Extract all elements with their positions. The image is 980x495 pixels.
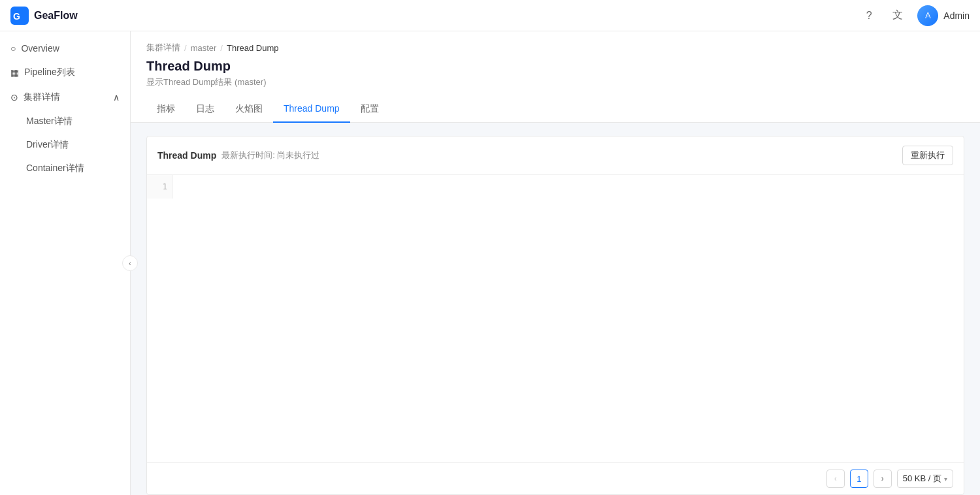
thread-dump-card: Thread Dump 最新执行时间: 尚未执行过 重新执行 1 ‹ [146, 136, 964, 495]
thread-dump-title-area: Thread Dump 最新执行时间: 尚未执行过 [157, 150, 319, 161]
page-header: 集群详情 / master / Thread Dump Thread Dump … [131, 31, 980, 123]
overview-label: Overview [21, 43, 59, 54]
logo-area: G GeaFlow [10, 7, 78, 25]
sidebar-cluster-section: ⊙ 集群详情 ∧ Master详情 Driver详情 Container详情 [0, 85, 130, 180]
help-button[interactable]: ? [860, 7, 878, 25]
dump-line-numbers: 1 [147, 175, 173, 199]
breadcrumb-sep-1: / [184, 43, 187, 53]
cluster-submenu: Master详情 Driver详情 Container详情 [0, 110, 130, 180]
cluster-chevron-icon: ∧ [113, 92, 120, 103]
overview-icon: ○ [10, 43, 16, 54]
prev-icon: ‹ [834, 474, 837, 483]
sidebar-collapse-button[interactable]: ‹ [122, 255, 138, 271]
top-header: G GeaFlow ? 文 A Admin [0, 0, 980, 31]
cluster-label: 集群详情 [24, 91, 60, 103]
breadcrumb: 集群详情 / master / Thread Dump [146, 42, 964, 54]
avatar: A [917, 5, 938, 26]
sidebar-item-cluster[interactable]: ⊙ 集群详情 ∧ [0, 85, 130, 110]
user-menu[interactable]: A Admin [917, 5, 970, 26]
admin-label: Admin [943, 10, 970, 21]
sidebar-item-pipeline[interactable]: ▦ Pipeline列表 [0, 60, 130, 85]
page-subtitle: 显示Thread Dump结果 (master) [146, 76, 964, 88]
next-page-button[interactable]: › [874, 470, 892, 488]
driver-label: Driver详情 [26, 139, 69, 150]
sidebar-item-master[interactable]: Master详情 [0, 110, 130, 133]
cluster-header-left: ⊙ 集群详情 [10, 91, 60, 103]
svg-text:G: G [13, 11, 20, 22]
prev-page-button[interactable]: ‹ [826, 470, 845, 488]
sidebar-item-overview[interactable]: ○ Overview [0, 37, 130, 60]
tab-logs[interactable]: 日志 [186, 97, 225, 123]
tab-threaddump[interactable]: Thread Dump [273, 97, 350, 123]
page-title: Thread Dump [146, 59, 964, 74]
re-execute-button[interactable]: 重新执行 [902, 146, 953, 165]
help-icon: ? [866, 10, 872, 22]
breadcrumb-master[interactable]: master [191, 43, 217, 53]
sidebar-item-container[interactable]: Container详情 [0, 157, 130, 180]
cluster-icon: ⊙ [10, 92, 18, 103]
logo-icon: G [10, 7, 29, 25]
current-page: 1 [850, 470, 868, 488]
tabs-bar: 指标 日志 火焰图 Thread Dump 配置 [146, 96, 964, 122]
line-number-1: 1 [147, 180, 172, 193]
header-right: ? 文 A Admin [860, 5, 970, 26]
page-size-selector[interactable]: 50 KB / 页 ▾ [897, 470, 953, 488]
thread-dump-card-header: Thread Dump 最新执行时间: 尚未执行过 重新执行 [147, 136, 964, 175]
main-layout: ‹ ○ Overview ▦ Pipeline列表 ⊙ 集群详情 ∧ [0, 31, 980, 495]
content-inner: Thread Dump 最新执行时间: 尚未执行过 重新执行 1 ‹ [131, 123, 980, 495]
sidebar-nav: ○ Overview ▦ Pipeline列表 ⊙ 集群详情 ∧ Master详 [0, 31, 130, 185]
tab-flamegraph[interactable]: 火焰图 [225, 97, 273, 123]
language-button[interactable]: 文 [889, 7, 907, 25]
breadcrumb-sep-2: / [220, 43, 223, 53]
content-area: 集群详情 / master / Thread Dump Thread Dump … [131, 31, 980, 495]
language-icon: 文 [892, 8, 903, 22]
thread-dump-time: 最新执行时间: 尚未执行过 [221, 150, 319, 161]
container-label: Container详情 [26, 163, 84, 173]
tab-metrics[interactable]: 指标 [146, 97, 186, 123]
pagination-bar: ‹ 1 › 50 KB / 页 ▾ [147, 462, 964, 494]
sidebar: ‹ ○ Overview ▦ Pipeline列表 ⊙ 集群详情 ∧ [0, 31, 131, 495]
next-icon: › [881, 474, 884, 483]
pipeline-label: Pipeline列表 [24, 67, 75, 78]
sidebar-item-driver[interactable]: Driver详情 [0, 133, 130, 157]
app-name: GeaFlow [34, 10, 78, 22]
master-label: Master详情 [26, 116, 73, 126]
dump-text-area [173, 175, 964, 462]
page-size-chevron-icon: ▾ [944, 475, 947, 483]
breadcrumb-cluster[interactable]: 集群详情 [146, 42, 180, 54]
page-size-label: 50 KB / 页 [903, 473, 941, 485]
dump-content: 1 [147, 175, 964, 462]
pipeline-icon: ▦ [10, 67, 19, 78]
thread-dump-title: Thread Dump [157, 150, 216, 161]
tab-config[interactable]: 配置 [350, 97, 389, 123]
breadcrumb-current: Thread Dump [227, 43, 278, 53]
